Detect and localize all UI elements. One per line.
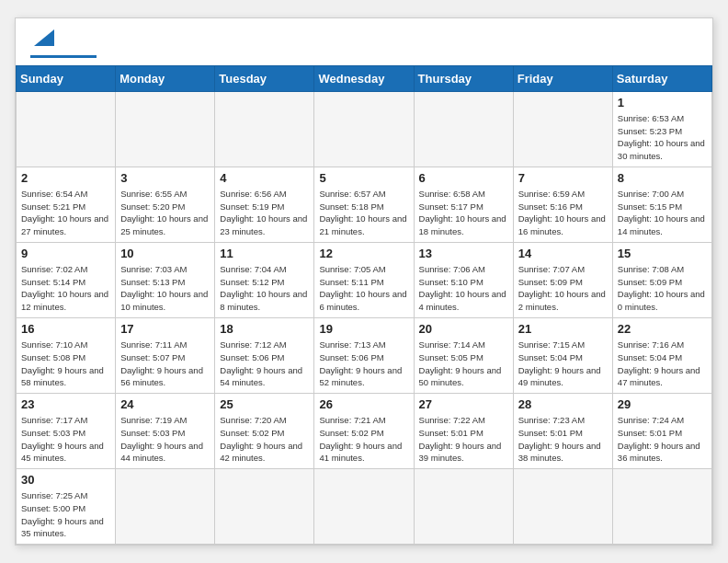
weekday-header-sunday: Sunday [17,65,116,91]
calendar-cell: 22Sunrise: 7:16 AM Sunset: 5:04 PM Dayli… [612,318,711,394]
day-number: 24 [120,397,210,411]
calendar-cell: 30Sunrise: 7:25 AM Sunset: 5:00 PM Dayli… [17,469,116,545]
week-row-6: 30Sunrise: 7:25 AM Sunset: 5:00 PM Dayli… [17,469,712,545]
day-info: Sunrise: 7:02 AM Sunset: 5:14 PM Dayligh… [21,263,110,314]
day-number: 13 [419,247,508,260]
day-info: Sunrise: 7:25 AM Sunset: 5:00 PM Dayligh… [21,489,110,540]
calendar-cell: 3Sunrise: 6:55 AM Sunset: 5:20 PM Daylig… [116,167,215,242]
calendar-cell [414,91,513,167]
calendar-cell [513,469,612,545]
day-info: Sunrise: 7:16 AM Sunset: 5:04 PM Dayligh… [618,339,707,389]
day-number: 27 [419,397,508,411]
calendar-cell [513,91,612,167]
calendar-cell: 20Sunrise: 7:14 AM Sunset: 5:05 PM Dayli… [414,318,513,394]
day-info: Sunrise: 7:08 AM Sunset: 5:09 PM Dayligh… [618,263,707,314]
calendar-cell: 27Sunrise: 7:22 AM Sunset: 5:01 PM Dayli… [414,394,513,469]
day-info: Sunrise: 7:03 AM Sunset: 5:13 PM Dayligh… [120,263,210,314]
day-info: Sunrise: 7:11 AM Sunset: 5:07 PM Dayligh… [120,339,210,389]
calendar-cell: 21Sunrise: 7:15 AM Sunset: 5:04 PM Dayli… [513,318,612,394]
day-number: 30 [21,473,110,487]
calendar-cell: 17Sunrise: 7:11 AM Sunset: 5:07 PM Dayli… [116,318,215,394]
day-number: 29 [618,397,707,411]
weekday-header-wednesday: Wednesday [314,65,414,91]
calendar-cell: 7Sunrise: 6:59 AM Sunset: 5:16 PM Daylig… [513,167,612,242]
calendar-cell: 24Sunrise: 7:19 AM Sunset: 5:03 PM Dayli… [116,394,215,469]
day-info: Sunrise: 7:17 AM Sunset: 5:03 PM Dayligh… [21,414,110,465]
day-info: Sunrise: 7:19 AM Sunset: 5:03 PM Dayligh… [120,414,210,465]
svg-marker-0 [34,29,54,46]
calendar-cell: 8Sunrise: 7:00 AM Sunset: 5:15 PM Daylig… [612,167,711,242]
day-info: Sunrise: 7:15 AM Sunset: 5:04 PM Dayligh… [518,339,608,389]
calendar-cell [314,91,414,167]
calendar-cell: 19Sunrise: 7:13 AM Sunset: 5:06 PM Dayli… [314,318,414,394]
day-number: 3 [120,171,210,185]
calendar-cell: 28Sunrise: 7:23 AM Sunset: 5:01 PM Dayli… [513,394,612,469]
day-number: 4 [220,171,309,185]
day-info: Sunrise: 7:07 AM Sunset: 5:09 PM Dayligh… [518,263,608,314]
day-number: 26 [319,397,408,411]
calendar-header [16,18,712,65]
calendar-cell: 14Sunrise: 7:07 AM Sunset: 5:09 PM Dayli… [513,242,612,317]
day-number: 10 [120,247,210,260]
day-info: Sunrise: 7:04 AM Sunset: 5:12 PM Dayligh… [220,263,309,314]
weekday-header-saturday: Saturday [612,65,711,91]
weekday-header-thursday: Thursday [414,65,513,91]
day-info: Sunrise: 6:58 AM Sunset: 5:17 PM Dayligh… [419,188,508,238]
weekday-header-friday: Friday [513,65,612,91]
calendar-cell [116,469,215,545]
calendar-cell: 4Sunrise: 6:56 AM Sunset: 5:19 PM Daylig… [215,167,314,242]
day-info: Sunrise: 7:24 AM Sunset: 5:01 PM Dayligh… [618,414,707,465]
day-number: 8 [618,171,707,185]
day-info: Sunrise: 7:00 AM Sunset: 5:15 PM Dayligh… [618,188,707,238]
day-number: 22 [618,322,707,336]
calendar-cell [215,469,314,545]
calendar-cell: 13Sunrise: 7:06 AM Sunset: 5:10 PM Dayli… [414,242,513,317]
day-number: 7 [518,171,608,185]
calendar-cell: 10Sunrise: 7:03 AM Sunset: 5:13 PM Dayli… [116,242,215,317]
day-info: Sunrise: 6:59 AM Sunset: 5:16 PM Dayligh… [518,188,608,238]
calendar-cell: 2Sunrise: 6:54 AM Sunset: 5:21 PM Daylig… [17,167,116,242]
calendar-cell: 6Sunrise: 6:58 AM Sunset: 5:17 PM Daylig… [414,167,513,242]
weekday-header-row: SundayMondayTuesdayWednesdayThursdayFrid… [17,65,712,91]
calendar-cell: 5Sunrise: 6:57 AM Sunset: 5:18 PM Daylig… [314,167,414,242]
day-number: 12 [319,247,408,260]
day-number: 17 [120,322,210,336]
logo-icon [34,29,54,46]
day-info: Sunrise: 7:20 AM Sunset: 5:02 PM Dayligh… [220,414,309,465]
day-info: Sunrise: 7:05 AM Sunset: 5:11 PM Dayligh… [319,263,408,314]
day-info: Sunrise: 7:21 AM Sunset: 5:02 PM Dayligh… [319,414,408,465]
day-info: Sunrise: 6:54 AM Sunset: 5:21 PM Dayligh… [21,188,110,238]
day-number: 18 [220,322,309,336]
day-number: 14 [518,247,608,260]
calendar-cell: 25Sunrise: 7:20 AM Sunset: 5:02 PM Dayli… [215,394,314,469]
week-row-4: 16Sunrise: 7:10 AM Sunset: 5:08 PM Dayli… [17,318,712,394]
day-info: Sunrise: 7:10 AM Sunset: 5:08 PM Dayligh… [21,339,110,389]
day-number: 5 [319,171,408,185]
week-row-5: 23Sunrise: 7:17 AM Sunset: 5:03 PM Dayli… [17,394,712,469]
calendar-cell [414,469,513,545]
calendar-cell: 18Sunrise: 7:12 AM Sunset: 5:06 PM Dayli… [215,318,314,394]
calendar-cell [612,469,711,545]
calendar-cell: 16Sunrise: 7:10 AM Sunset: 5:08 PM Dayli… [17,318,116,394]
calendar-cell: 12Sunrise: 7:05 AM Sunset: 5:11 PM Dayli… [314,242,414,317]
day-number: 11 [220,247,309,260]
calendar-cell [17,91,116,167]
day-info: Sunrise: 7:12 AM Sunset: 5:06 PM Dayligh… [220,339,309,389]
week-row-3: 9Sunrise: 7:02 AM Sunset: 5:14 PM Daylig… [17,242,712,317]
day-info: Sunrise: 7:22 AM Sunset: 5:01 PM Dayligh… [419,414,508,465]
day-number: 19 [319,322,408,336]
day-info: Sunrise: 6:53 AM Sunset: 5:23 PM Dayligh… [618,112,707,163]
calendar-cell: 29Sunrise: 7:24 AM Sunset: 5:01 PM Dayli… [612,394,711,469]
day-info: Sunrise: 6:57 AM Sunset: 5:18 PM Dayligh… [319,188,408,238]
calendar-cell: 9Sunrise: 7:02 AM Sunset: 5:14 PM Daylig… [17,242,116,317]
weekday-header-monday: Monday [116,65,215,91]
week-row-1: 1Sunrise: 6:53 AM Sunset: 5:23 PM Daylig… [17,91,712,167]
calendar-cell: 1Sunrise: 6:53 AM Sunset: 5:23 PM Daylig… [612,91,711,167]
day-number: 2 [21,171,110,185]
calendar-cell: 15Sunrise: 7:08 AM Sunset: 5:09 PM Dayli… [612,242,711,317]
logo-area [30,29,97,58]
day-info: Sunrise: 7:06 AM Sunset: 5:10 PM Dayligh… [419,263,508,314]
day-number: 9 [21,247,110,260]
day-info: Sunrise: 7:23 AM Sunset: 5:01 PM Dayligh… [518,414,608,465]
day-info: Sunrise: 7:14 AM Sunset: 5:05 PM Dayligh… [419,339,508,389]
